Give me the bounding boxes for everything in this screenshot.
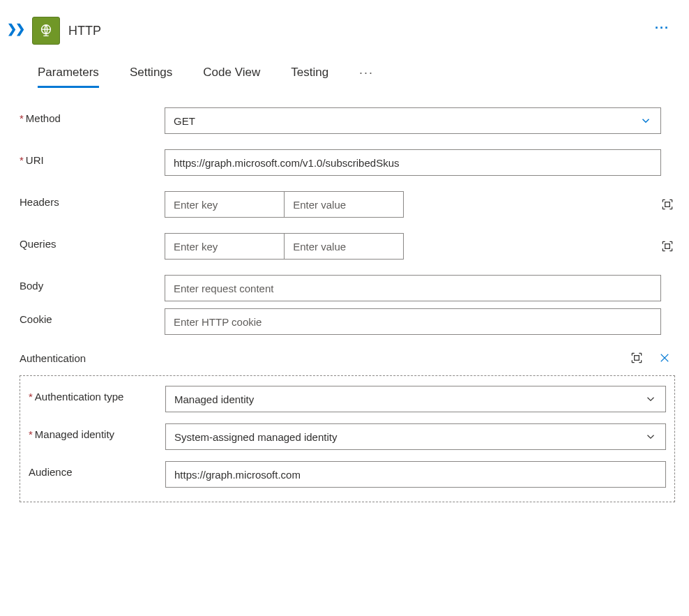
body-input[interactable] (165, 275, 661, 301)
uri-label: URI (20, 149, 165, 166)
managed-identity-select[interactable]: System-assigned managed identity (165, 423, 666, 450)
cookie-input[interactable] (165, 308, 661, 335)
body-label: Body (20, 275, 165, 292)
svg-rect-3 (635, 356, 639, 361)
expand-toggle[interactable]: ❯❯ (7, 22, 24, 36)
chevron-down-icon (639, 114, 652, 127)
chevron-down-icon (644, 393, 657, 405)
queries-value-input[interactable] (284, 233, 404, 260)
authentication-switch-mode-icon[interactable] (629, 350, 644, 366)
authentication-header: Authentication (20, 350, 675, 366)
headers-key-input[interactable] (165, 191, 284, 218)
action-title: HTTP (68, 24, 101, 38)
method-value: GET (174, 115, 195, 127)
queries-switch-mode-icon[interactable] (660, 239, 675, 254)
headers-label: Headers (20, 191, 165, 208)
tabs: Parameters Settings Code View Testing ··… (38, 66, 675, 87)
headers-switch-mode-icon[interactable] (660, 197, 675, 212)
svg-rect-2 (665, 244, 670, 249)
tab-code-view[interactable]: Code View (203, 66, 260, 87)
authentication-remove[interactable] (657, 350, 672, 366)
parameters-form: Method GET URI Headers Queries (20, 107, 675, 502)
audience-label: Audience (29, 461, 165, 478)
managed-identity-label: Managed identity (29, 423, 165, 440)
cookie-label: Cookie (20, 308, 165, 325)
headers-value-input[interactable] (284, 191, 404, 218)
managed-identity-value: System-assigned managed identity (174, 431, 337, 443)
method-label: Method (20, 107, 165, 124)
svg-rect-1 (665, 202, 670, 207)
tabs-overflow[interactable]: ··· (359, 66, 374, 80)
auth-type-value: Managed identity (174, 393, 254, 405)
http-action-icon (32, 17, 60, 45)
action-header: ❯❯ HTTP ··· (7, 17, 675, 45)
authentication-section: Authentication type Managed identity Man… (20, 375, 675, 502)
more-menu[interactable]: ··· (655, 21, 669, 36)
auth-type-label: Authentication type (29, 386, 165, 403)
method-select[interactable]: GET (165, 107, 661, 134)
audience-input[interactable] (165, 461, 666, 488)
uri-input[interactable] (165, 149, 661, 176)
queries-key-input[interactable] (165, 233, 284, 260)
auth-type-select[interactable]: Managed identity (165, 386, 666, 412)
tab-testing[interactable]: Testing (291, 66, 328, 87)
tab-parameters[interactable]: Parameters (38, 66, 99, 87)
tab-settings[interactable]: Settings (130, 66, 172, 87)
chevron-down-icon (644, 430, 657, 443)
authentication-label: Authentication (20, 352, 86, 364)
queries-label: Queries (20, 233, 165, 250)
